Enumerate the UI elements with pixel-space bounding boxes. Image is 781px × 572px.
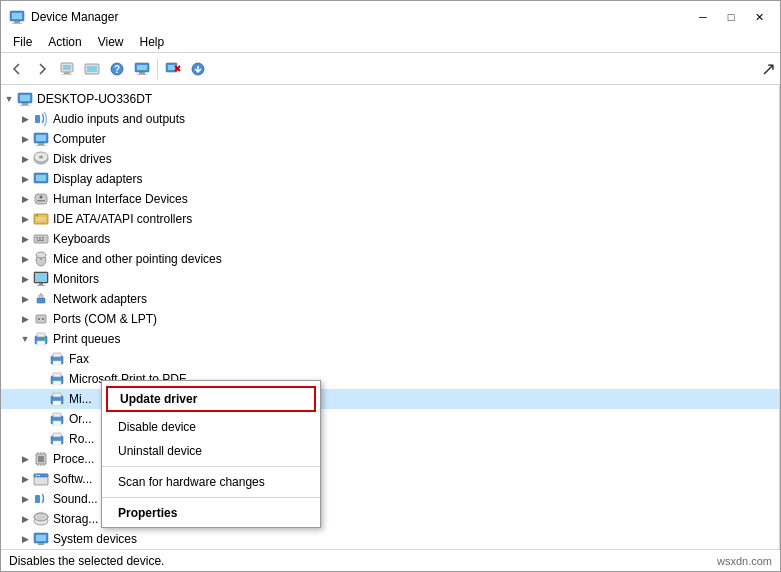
tree-item-hid[interactable]: ▶ Human Interface Devices [1, 189, 779, 209]
svg-rect-27 [36, 135, 46, 141]
print-queues-label: Print queues [53, 332, 120, 346]
processors-icon [33, 451, 49, 467]
toolbar-up[interactable] [55, 57, 79, 81]
sound-expand-icon[interactable]: ▶ [17, 491, 33, 507]
disk-expand-icon[interactable]: ▶ [17, 151, 33, 167]
menu-file[interactable]: File [5, 33, 40, 50]
toolbar-view[interactable] [80, 57, 104, 81]
minimize-button[interactable]: ─ [690, 8, 716, 26]
tree-item-print-queues[interactable]: ▼ Print queues [1, 329, 779, 349]
toolbar-sep [157, 59, 158, 79]
svg-rect-44 [42, 237, 44, 239]
ctx-uninstall-device-label: Uninstall device [118, 444, 202, 458]
network-icon [33, 291, 49, 307]
network-label: Network adapters [53, 292, 147, 306]
tree-item-audio[interactable]: ▶ Audio inputs and outputs [1, 109, 779, 129]
toolbar-forward[interactable] [30, 57, 54, 81]
svg-rect-23 [22, 103, 28, 105]
root-icon [17, 91, 33, 107]
toolbar-computer[interactable] [130, 57, 154, 81]
svg-rect-96 [36, 535, 46, 541]
svg-rect-73 [53, 413, 61, 417]
mspdf-icon [49, 371, 65, 387]
processors-expand-icon[interactable]: ▶ [17, 451, 33, 467]
display-expand-icon[interactable]: ▶ [17, 171, 33, 187]
toolbar-back[interactable] [5, 57, 29, 81]
tree-item-mice[interactable]: ▶ Mice and other pointing devices [1, 249, 779, 269]
monitors-expand-icon[interactable]: ▶ [17, 271, 33, 287]
print-expand-icon[interactable]: ▼ [17, 331, 33, 347]
maximize-button[interactable]: □ [718, 8, 744, 26]
ports-icon [33, 311, 49, 327]
toolbar-help[interactable]: ? [105, 57, 129, 81]
keyboards-expand-icon[interactable]: ▶ [17, 231, 33, 247]
svg-rect-6 [64, 72, 70, 74]
ports-label: Ports (COM & LPT) [53, 312, 157, 326]
tree-item-monitors[interactable]: ▶ Monitors [1, 269, 779, 289]
software-expand-icon[interactable]: ▶ [17, 471, 33, 487]
monitors-label: Monitors [53, 272, 99, 286]
tree-item-keyboards[interactable]: ▶ Keyboards [1, 229, 779, 249]
ide-label: IDE ATA/ATAPI controllers [53, 212, 192, 226]
ctx-properties[interactable]: Properties [102, 501, 320, 525]
svg-rect-97 [38, 543, 44, 545]
close-button[interactable]: ✕ [746, 8, 772, 26]
disk-label: Disk drives [53, 152, 112, 166]
ports-expand-icon[interactable]: ▶ [17, 311, 33, 327]
svg-rect-45 [37, 240, 44, 242]
svg-rect-24 [20, 105, 30, 106]
network-expand-icon[interactable]: ▶ [17, 291, 33, 307]
tree-item-disk[interactable]: ▶ Disk drives [1, 149, 779, 169]
tree-item-fax[interactable]: ▶ Fax [1, 349, 779, 369]
svg-rect-79 [38, 456, 44, 462]
ctx-scan[interactable]: Scan for hardware changes [102, 470, 320, 494]
svg-rect-53 [37, 298, 45, 303]
tree-item-ide[interactable]: ▶ IDE ATA/ATAPI controllers [1, 209, 779, 229]
storage-expand-icon[interactable]: ▶ [17, 511, 33, 527]
audio-expand-icon[interactable]: ▶ [17, 111, 33, 127]
status-bar: Disables the selected device. wsxdn.com [1, 549, 780, 571]
tree-item-display[interactable]: ▶ Display adapters [1, 169, 779, 189]
mice-expand-icon[interactable]: ▶ [17, 251, 33, 267]
main-area: ▼ DESKTOP-UO336DT ▶ [1, 85, 780, 549]
tree-item-computer[interactable]: ▶ Computer [1, 129, 779, 149]
svg-rect-15 [137, 74, 147, 75]
ctx-update-driver[interactable]: Update driver [106, 386, 316, 412]
toolbar-remove[interactable] [161, 57, 185, 81]
svg-rect-42 [36, 237, 38, 239]
software-label: Softw... [53, 472, 92, 486]
title-bar: Device Manager ─ □ ✕ [1, 1, 780, 31]
tree-item-system[interactable]: ▶ System devices [1, 529, 779, 549]
svg-rect-74 [53, 421, 61, 425]
tree-item-network[interactable]: ▶ Network adapters [1, 289, 779, 309]
keyboards-icon [33, 231, 49, 247]
computer-expand-icon[interactable]: ▶ [17, 131, 33, 147]
tree-item-ports[interactable]: ▶ Ports (COM & LPT) [1, 309, 779, 329]
ctx-disable-device-label: Disable device [118, 420, 196, 434]
svg-point-48 [36, 252, 46, 258]
svg-rect-70 [53, 393, 61, 397]
svg-point-94 [34, 513, 48, 521]
title-bar-left: Device Manager [9, 9, 118, 25]
menu-view[interactable]: View [90, 33, 132, 50]
hid-expand-icon[interactable]: ▶ [17, 191, 33, 207]
ide-expand-icon[interactable]: ▶ [17, 211, 33, 227]
disk-icon [33, 151, 49, 167]
menu-help[interactable]: Help [132, 33, 173, 50]
menu-bar: File Action View Help [1, 31, 780, 53]
svg-point-57 [38, 318, 40, 320]
toolbar-install[interactable] [186, 57, 210, 81]
ctx-uninstall-device[interactable]: Uninstall device [102, 439, 320, 463]
sound-icon [33, 491, 49, 507]
system-expand-icon[interactable]: ▶ [17, 531, 33, 547]
ctx-disable-device[interactable]: Disable device [102, 415, 320, 439]
ctx-update-driver-label: Update driver [120, 392, 197, 406]
ctx-properties-label: Properties [118, 506, 177, 520]
root-expand-icon[interactable]: ▼ [1, 91, 17, 107]
menu-action[interactable]: Action [40, 33, 89, 50]
hid-label: Human Interface Devices [53, 192, 188, 206]
svg-rect-51 [39, 283, 43, 285]
tree-root[interactable]: ▼ DESKTOP-UO336DT [1, 89, 779, 109]
print-queues-icon [33, 331, 49, 347]
ctx-separator-1 [102, 466, 320, 467]
